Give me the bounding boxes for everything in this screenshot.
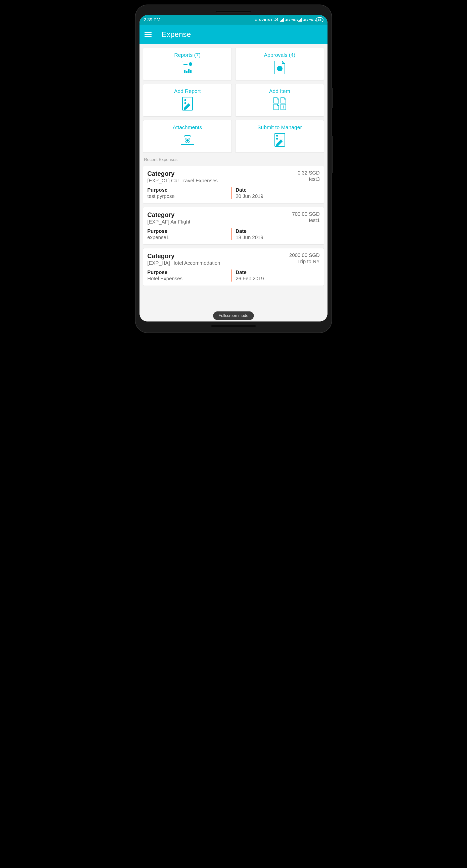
svg-rect-5	[298, 21, 299, 22]
submit-label: Submit to Manager	[257, 124, 302, 130]
svg-rect-15	[184, 70, 185, 73]
category-value: [EXP_CT] Car Travel Expenses	[147, 178, 298, 184]
svg-rect-31	[276, 135, 278, 137]
add-report-tile[interactable]: Add Report	[143, 84, 232, 117]
status-time: 2:39 PM	[144, 17, 160, 23]
submit-manager-tile[interactable]: Submit to Manager	[235, 120, 324, 153]
expense-tag: test3	[298, 176, 320, 182]
phone-speaker-top	[216, 10, 251, 12]
add-report-label: Add Report	[174, 88, 201, 94]
expense-amount: 2000.00 SGD	[289, 252, 320, 258]
svg-rect-21	[184, 99, 185, 101]
net-label-2: 4G	[303, 18, 308, 22]
expense-card[interactable]: Category [EXP_HA] Hotel Accommodation 20…	[143, 248, 324, 286]
date-value: 20 Jun 2019	[236, 193, 320, 199]
date-value: 26 Feb 2019	[236, 276, 320, 282]
date-label: Date	[236, 187, 320, 193]
reports-tile[interactable]: Reports (7)	[143, 48, 232, 81]
category-heading: Category	[147, 170, 298, 177]
svg-rect-4	[283, 18, 284, 22]
purpose-value: expense1	[147, 235, 232, 240]
screen: 2:39 PM ••• 4.7KB/s 4G VoLTE 4G VoLTE 66	[140, 15, 327, 321]
fullscreen-mode-toast: Fullscreen mode	[213, 311, 254, 320]
add-files-icon	[273, 97, 287, 111]
signal-icon-2	[298, 18, 302, 22]
status-indicators: ••• 4.7KB/s 4G VoLTE 4G VoLTE 66	[255, 17, 323, 22]
approval-document-icon	[274, 61, 285, 74]
expense-amount: 700.00 SGD	[292, 211, 320, 217]
app-bar: Expense	[140, 25, 327, 44]
approvals-label: Approvals (4)	[264, 52, 295, 58]
volte-label-2: VoLTE	[310, 19, 315, 21]
tile-grid: Reports (7) Approvals (4)	[143, 48, 324, 153]
svg-rect-6	[299, 20, 300, 22]
svg-rect-23	[184, 102, 185, 104]
app-title: Expense	[162, 30, 191, 39]
svg-rect-18	[190, 70, 191, 73]
reports-label: Reports (7)	[174, 52, 201, 58]
expense-card[interactable]: Category [EXP_AF] Air Flight 700.00 SGD …	[143, 207, 324, 245]
svg-rect-33	[276, 138, 278, 140]
report-document-icon	[181, 61, 194, 74]
category-heading: Category	[147, 211, 292, 218]
expense-tag: test1	[292, 217, 320, 223]
battery-indicator: 66	[316, 17, 323, 22]
purpose-label: Purpose	[147, 228, 232, 234]
status-netspeed: 4.7KB/s	[259, 18, 272, 22]
svg-rect-7	[300, 19, 301, 22]
mute-icon	[274, 18, 279, 22]
date-label: Date	[236, 270, 320, 275]
checklist-submit-icon	[274, 133, 285, 147]
svg-rect-1	[280, 21, 281, 22]
phone-frame: 2:39 PM ••• 4.7KB/s 4G VoLTE 4G VoLTE 66	[136, 5, 331, 333]
svg-rect-17	[188, 69, 189, 73]
camera-icon	[180, 133, 195, 147]
svg-point-13	[189, 63, 192, 66]
svg-rect-16	[186, 71, 187, 73]
volte-label-1: VoLTE	[291, 19, 296, 21]
checklist-edit-icon	[182, 97, 193, 111]
add-item-tile[interactable]: Add Item	[235, 84, 324, 117]
attachments-label: Attachments	[173, 124, 202, 130]
approvals-tile[interactable]: Approvals (4)	[235, 48, 324, 81]
hamburger-menu-icon[interactable]	[145, 32, 151, 37]
purpose-value: Hotel Expenses	[147, 276, 232, 282]
date-label: Date	[236, 228, 320, 234]
purpose-label: Purpose	[147, 187, 232, 193]
expense-tag: Trip to NY	[289, 259, 320, 265]
svg-rect-2	[281, 20, 282, 22]
content-area: Reports (7) Approvals (4)	[140, 44, 327, 321]
phone-side-button-1	[331, 88, 333, 108]
purpose-value: test pyrpose	[147, 193, 232, 199]
recent-expenses-heading: Recent Expenses	[144, 157, 323, 162]
category-value: [EXP_AF] Air Flight	[147, 219, 292, 225]
net-label-1: 4G	[286, 18, 290, 22]
svg-rect-8	[301, 18, 302, 22]
add-item-label: Add Item	[269, 88, 290, 94]
expense-card[interactable]: Category [EXP_CT] Car Travel Expenses 0.…	[143, 166, 324, 204]
phone-side-button-2	[331, 135, 333, 173]
category-heading: Category	[147, 252, 289, 260]
svg-point-29	[186, 140, 188, 142]
svg-rect-3	[282, 19, 283, 22]
date-value: 18 Jun 2019	[236, 235, 320, 240]
purpose-label: Purpose	[147, 270, 232, 275]
phone-speaker-bottom	[211, 325, 256, 327]
category-value: [EXP_HA] Hotel Accommodation	[147, 260, 289, 266]
signal-icon-1	[280, 18, 284, 22]
expense-amount: 0.32 SGD	[298, 170, 320, 176]
attachments-tile[interactable]: Attachments	[143, 120, 232, 153]
status-bar: 2:39 PM ••• 4.7KB/s 4G VoLTE 4G VoLTE 66	[140, 15, 327, 25]
